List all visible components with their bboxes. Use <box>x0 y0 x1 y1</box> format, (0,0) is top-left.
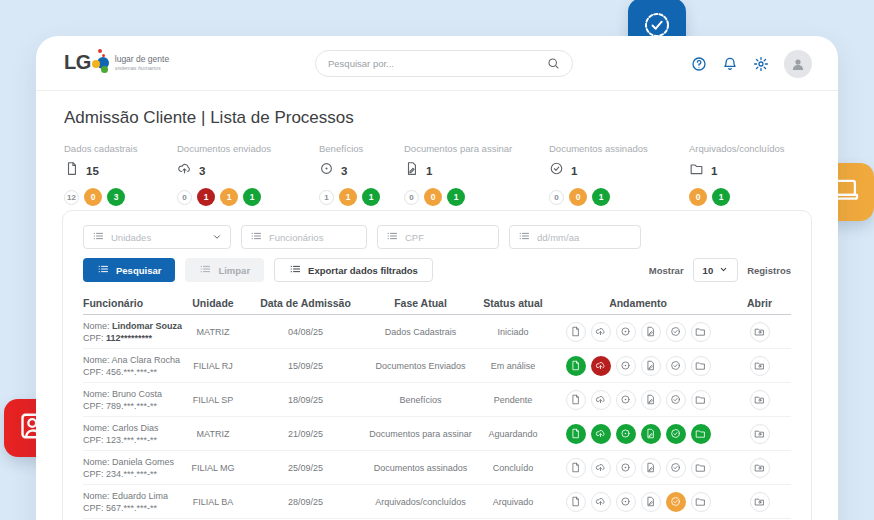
funcionario-cpf: 234.***.***-** <box>106 469 157 479</box>
summary-count: 3 <box>199 165 205 177</box>
count-badge-orange[interactable]: 0 <box>569 188 587 206</box>
sign-step-icon[interactable] <box>641 356 661 376</box>
count-badge-orange[interactable]: 0 <box>689 188 707 206</box>
user-avatar[interactable] <box>784 50 812 78</box>
folder-icon <box>689 161 704 180</box>
date-input[interactable] <box>537 232 632 243</box>
count-badge-white[interactable]: 0 <box>549 190 564 205</box>
count-badge-white[interactable]: 12 <box>64 190 79 205</box>
upload-step-icon[interactable] <box>591 492 611 512</box>
sign-step-icon[interactable] <box>641 322 661 342</box>
open-process-button[interactable] <box>750 492 770 512</box>
funcionarios-input[interactable] <box>269 232 358 243</box>
summary-badges: 0111 <box>177 188 319 206</box>
check-step-icon[interactable] <box>666 322 686 342</box>
count-badge-green[interactable]: 1 <box>243 188 261 206</box>
folder-step-icon[interactable] <box>691 390 711 410</box>
cell-andamento <box>548 458 728 478</box>
count-badge-orange[interactable]: 1 <box>220 188 238 206</box>
limpar-button[interactable]: Limpar <box>185 258 264 282</box>
page-size-control: Mostrar 10 Registros <box>649 258 791 282</box>
limpar-label: Limpar <box>218 265 250 276</box>
global-search[interactable] <box>315 50 573 77</box>
upload-step-icon[interactable] <box>591 424 611 444</box>
exportar-button[interactable]: Exportar dados filtrados <box>274 258 433 282</box>
summary-card: Documentos assinados1001 <box>549 143 689 206</box>
folder-step-icon[interactable] <box>691 492 711 512</box>
funcionarios-field[interactable] <box>241 225 367 249</box>
summary-label: Arquivados/concluídos <box>689 143 809 154</box>
check-step-icon[interactable] <box>666 390 686 410</box>
notifications-bell-icon[interactable] <box>722 56 738 72</box>
target-step-icon[interactable] <box>616 492 636 512</box>
target-step-icon[interactable] <box>616 390 636 410</box>
count-badge-orange[interactable]: 0 <box>424 188 442 206</box>
check-step-icon[interactable] <box>666 492 686 512</box>
document-step-icon[interactable] <box>566 356 586 376</box>
count-badge-red[interactable]: 1 <box>197 188 215 206</box>
document-step-icon[interactable] <box>566 390 586 410</box>
count-badge-green[interactable]: 1 <box>447 188 465 206</box>
count-badge-white[interactable]: 1 <box>319 190 334 205</box>
settings-gear-icon[interactable] <box>753 56 769 72</box>
count-badge-orange[interactable]: 0 <box>84 188 102 206</box>
count-badge-orange[interactable]: 1 <box>339 188 357 206</box>
sign-step-icon[interactable] <box>641 424 661 444</box>
count-badge-green[interactable]: 1 <box>712 188 730 206</box>
check-step-icon[interactable] <box>666 458 686 478</box>
check-step-icon[interactable] <box>666 424 686 444</box>
document-step-icon[interactable] <box>566 322 586 342</box>
document-icon <box>64 161 79 180</box>
document-step-icon[interactable] <box>566 458 586 478</box>
target-step-icon[interactable] <box>616 458 636 478</box>
count-badge-green[interactable]: 1 <box>362 188 380 206</box>
sign-step-icon[interactable] <box>641 492 661 512</box>
cpf-input[interactable] <box>405 232 490 243</box>
unidades-placeholder: Unidades <box>111 232 205 243</box>
col-funcionario: Funcionário <box>83 297 178 309</box>
count-badge-white[interactable]: 0 <box>404 190 419 205</box>
nome-prefix: Nome: <box>83 355 112 365</box>
funcionario-cpf: 112********* <box>106 333 152 343</box>
folder-step-icon[interactable] <box>691 458 711 478</box>
unidades-select[interactable]: Unidades <box>83 225 231 249</box>
summary-card: Documentos para assinar1001 <box>404 143 549 206</box>
upload-step-icon[interactable] <box>591 390 611 410</box>
registros-label: Registros <box>747 265 791 276</box>
document-step-icon[interactable] <box>566 492 586 512</box>
search-icon[interactable] <box>547 57 560 70</box>
sign-step-icon[interactable] <box>641 458 661 478</box>
admission-date-field[interactable] <box>509 225 641 249</box>
sign-step-icon[interactable] <box>641 390 661 410</box>
page-size-select[interactable]: 10 <box>693 258 739 282</box>
summary-card: Dados cadastrais151203 <box>64 143 177 206</box>
cpf-field[interactable] <box>377 225 499 249</box>
check-step-icon[interactable] <box>666 356 686 376</box>
upload-step-icon[interactable] <box>591 322 611 342</box>
open-process-button[interactable] <box>750 390 770 410</box>
folder-step-icon[interactable] <box>691 356 711 376</box>
target-step-icon[interactable] <box>616 356 636 376</box>
folder-step-icon[interactable] <box>691 322 711 342</box>
open-process-button[interactable] <box>750 322 770 342</box>
open-process-button[interactable] <box>750 458 770 478</box>
count-badge-green[interactable]: 3 <box>107 188 125 206</box>
search-input[interactable] <box>328 58 547 69</box>
cell-abrir <box>728 390 791 410</box>
pesquisar-button[interactable]: Pesquisar <box>83 258 175 282</box>
summary-row: Dados cadastrais151203Documentos enviado… <box>64 143 838 206</box>
upload-step-icon[interactable] <box>591 356 611 376</box>
document-step-icon[interactable] <box>566 424 586 444</box>
summary-label: Benefícios <box>319 143 404 154</box>
count-badge-white[interactable]: 0 <box>177 190 192 205</box>
count-badge-green[interactable]: 1 <box>592 188 610 206</box>
cell-status-atual: Arquivado <box>478 497 548 507</box>
target-step-icon[interactable] <box>616 322 636 342</box>
process-list-panel: Unidades Pesquisar Lim <box>62 210 812 520</box>
help-icon[interactable] <box>691 56 707 72</box>
target-step-icon[interactable] <box>616 424 636 444</box>
open-process-button[interactable] <box>750 424 770 444</box>
folder-step-icon[interactable] <box>691 424 711 444</box>
open-process-button[interactable] <box>750 356 770 376</box>
upload-step-icon[interactable] <box>591 458 611 478</box>
